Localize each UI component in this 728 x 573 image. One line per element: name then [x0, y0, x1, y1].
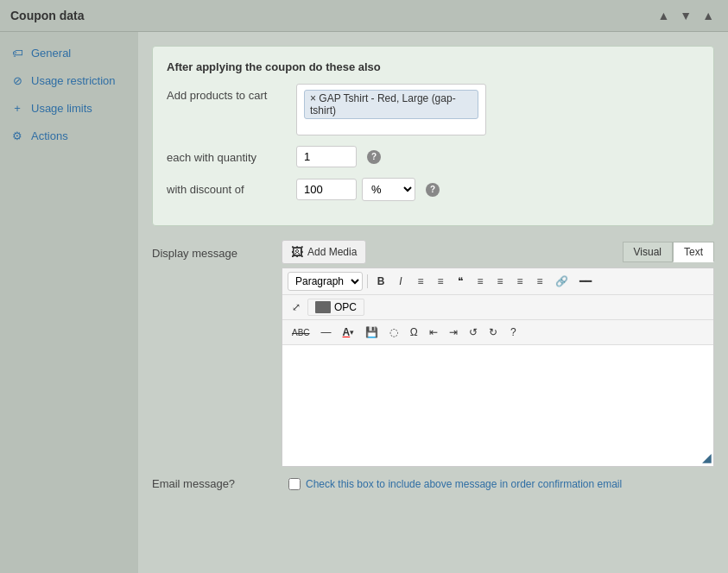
quantity-row: each with quantity ?: [167, 146, 700, 167]
email-message-label: Email message?: [152, 477, 282, 490]
editor-container: 🖼 Add Media Visual Text: [282, 240, 714, 467]
quantity-help-icon[interactable]: ?: [367, 150, 381, 164]
add-media-icon: 🖼: [291, 245, 303, 259]
discount-type-select[interactable]: % fixed: [362, 178, 415, 201]
editor-top-bar: 🖼 Add Media Visual Text: [282, 240, 714, 264]
discount-input[interactable]: [296, 179, 357, 200]
indent-right-button[interactable]: ⇥: [445, 324, 462, 341]
collapse-down-button[interactable]: ▼: [676, 7, 695, 24]
add-products-row: Add products to cart × GAP Tshirt - Red,…: [167, 84, 700, 135]
add-products-field: × GAP Tshirt - Red, Large (gap-tshirt): [296, 84, 700, 135]
add-products-label: Add products to cart: [167, 84, 296, 102]
sidebar-item-usage-limits[interactable]: + Usage limits: [0, 94, 138, 122]
align-left-button[interactable]: ≡: [472, 273, 489, 290]
text-tab[interactable]: Text: [673, 242, 714, 262]
editor-content-area[interactable]: ◢: [282, 345, 713, 466]
align-center-button[interactable]: ≡: [491, 273, 509, 290]
quantity-field: ?: [296, 146, 700, 167]
toolbar-separator-1: [367, 274, 368, 288]
main-container: Coupon data ▲ ▼ ▲ 🏷 General ⊘ Usage rest…: [0, 0, 728, 573]
redo-button[interactable]: ↻: [484, 324, 502, 341]
sidebar-item-actions[interactable]: ⚙ Actions: [0, 122, 138, 149]
editor-wrapper: Paragraph B I ≡ ≡ ❝ ≡ ≡ ≡: [282, 268, 714, 467]
content-area: 🏷 General ⊘ Usage restriction + Usage li…: [0, 32, 728, 573]
collapse-up-button[interactable]: ▲: [654, 7, 673, 24]
font-color-button[interactable]: A ▾: [339, 324, 359, 341]
horizontal-rule-button[interactable]: ━━: [575, 273, 596, 290]
add-media-label: Add Media: [307, 246, 357, 258]
discount-row: with discount of % fixed ?: [167, 178, 700, 201]
collapse-toggle-button[interactable]: ▲: [699, 7, 718, 24]
editor-resize-handle[interactable]: ◢: [702, 450, 712, 464]
blockquote-button[interactable]: ❝: [452, 273, 469, 290]
email-message-row: Email message? Check this box to include…: [152, 477, 714, 490]
editor-toolbar-row1: Paragraph B I ≡ ≡ ❝ ≡ ≡ ≡: [282, 268, 713, 295]
product-tag: × GAP Tshirt - Red, Large (gap-tshirt): [304, 90, 478, 119]
clear-formatting-button[interactable]: ◌: [385, 324, 402, 341]
special-char-button[interactable]: Ω: [405, 324, 422, 341]
discount-label: with discount of: [167, 178, 296, 196]
quantity-label: each with quantity: [167, 146, 296, 164]
actions-card: After applying the coupon do these also …: [152, 46, 714, 226]
sidebar-item-general[interactable]: 🏷 General: [0, 39, 138, 66]
circle-check-icon: ⊘: [10, 73, 24, 87]
bold-button[interactable]: B: [372, 273, 389, 290]
strikethrough-button[interactable]: ABC: [288, 325, 314, 340]
display-message-row: Display message 🖼 Add Media Visual Text: [152, 240, 714, 467]
gear-icon: ⚙: [10, 129, 24, 142]
save-to-media-button[interactable]: 💾: [361, 324, 383, 341]
paragraph-format-select[interactable]: Paragraph: [288, 272, 363, 291]
discount-field: % fixed ?: [296, 178, 700, 201]
discount-input-group: % fixed ?: [296, 178, 700, 201]
italic-button[interactable]: I: [392, 273, 409, 290]
sidebar: 🏷 General ⊘ Usage restriction + Usage li…: [0, 32, 138, 573]
link-button[interactable]: 🔗: [551, 273, 573, 290]
email-message-checkbox-text: Check this box to include above message …: [306, 478, 622, 490]
actions-section-title: After applying the coupon do these also: [167, 60, 700, 73]
sidebar-item-usage-restriction[interactable]: ⊘ Usage restriction: [0, 66, 138, 94]
unordered-list-button[interactable]: ≡: [412, 273, 429, 290]
header-controls: ▲ ▼ ▲: [654, 7, 718, 24]
add-media-button[interactable]: 🖼 Add Media: [282, 240, 366, 264]
align-right-button[interactable]: ≡: [511, 273, 529, 290]
quantity-input[interactable]: [296, 146, 357, 167]
align-justify-button[interactable]: ≡: [531, 273, 548, 290]
email-message-checkbox[interactable]: [288, 478, 301, 490]
help-button[interactable]: ?: [504, 324, 522, 341]
products-tag-input[interactable]: × GAP Tshirt - Red, Large (gap-tshirt): [296, 84, 486, 135]
sidebar-item-general-label: General: [31, 47, 71, 60]
view-tabs: Visual Text: [623, 242, 714, 262]
product-tag-label: × GAP Tshirt - Red, Large (gap-tshirt): [310, 92, 472, 116]
tag-icon: 🏷: [10, 46, 24, 60]
visual-tab[interactable]: Visual: [623, 242, 673, 262]
panel-header: Coupon data ▲ ▼ ▲: [0, 0, 728, 32]
undo-button[interactable]: ↺: [465, 324, 482, 341]
ordered-list-button[interactable]: ≡: [432, 273, 449, 290]
em-dash-button[interactable]: —: [317, 324, 336, 341]
opc-label: OPC: [334, 301, 357, 313]
sidebar-item-usage-restriction-label: Usage restriction: [31, 74, 116, 87]
email-checkbox-area: Check this box to include above message …: [288, 478, 622, 490]
sidebar-item-usage-limits-label: Usage limits: [31, 102, 92, 115]
discount-help-icon[interactable]: ?: [426, 183, 440, 197]
indent-left-button[interactable]: ⇤: [425, 324, 442, 341]
fullscreen-button[interactable]: ⤢: [288, 299, 305, 316]
editor-toolbar-row3: ABC — A ▾ 💾 ◌ Ω ⇤ ⇥: [282, 320, 713, 345]
font-color-icon: A: [343, 326, 351, 338]
editor-toolbar-row2: ⤢ OPC: [282, 295, 713, 320]
plus-icon: +: [10, 101, 24, 115]
font-color-dropdown-icon: ▾: [350, 328, 354, 337]
opc-button[interactable]: OPC: [307, 299, 364, 316]
main-panel: After applying the coupon do these also …: [138, 32, 728, 573]
sidebar-item-actions-label: Actions: [31, 129, 68, 142]
opc-keyboard-icon: [315, 301, 331, 313]
display-message-label: Display message: [152, 240, 282, 260]
display-message-section: Display message 🖼 Add Media Visual Text: [152, 240, 714, 490]
panel-title: Coupon data: [10, 9, 85, 22]
